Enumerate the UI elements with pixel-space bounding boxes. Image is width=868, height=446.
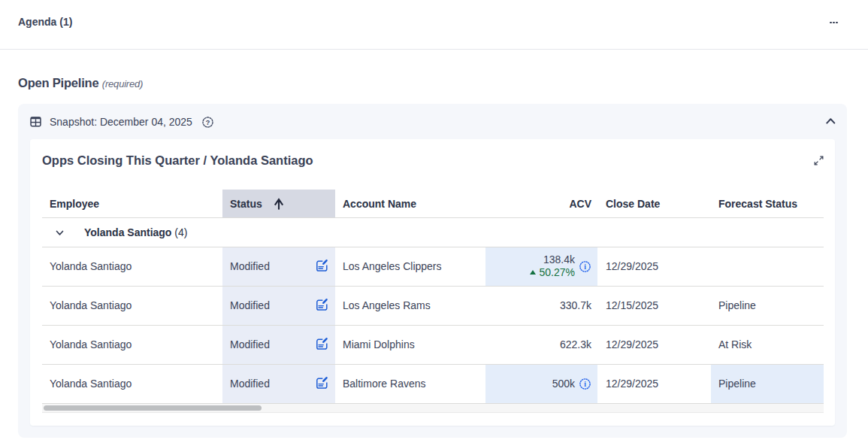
- svg-text:i: i: [584, 381, 586, 388]
- svg-text:?: ?: [206, 118, 210, 126]
- svg-text:i: i: [584, 263, 586, 271]
